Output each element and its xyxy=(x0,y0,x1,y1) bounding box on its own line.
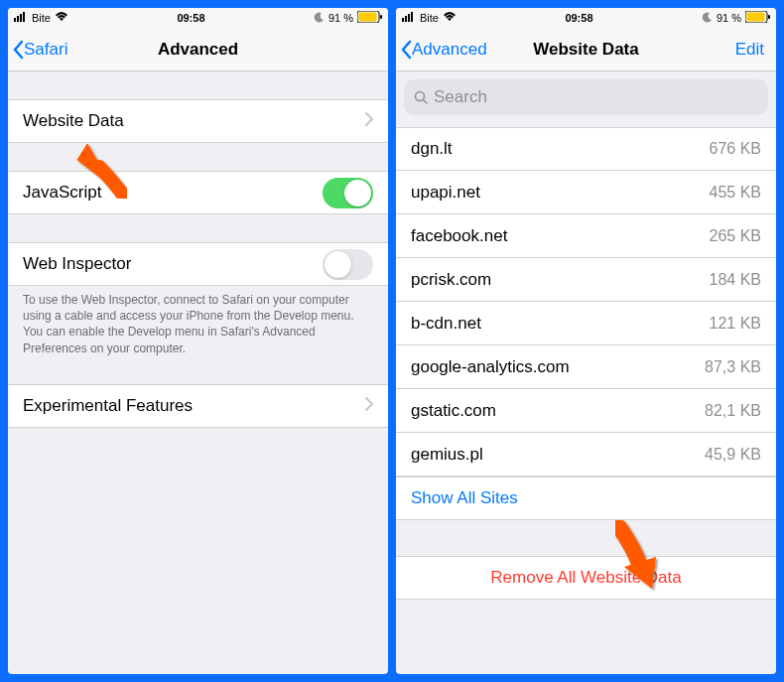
time-label: 09:58 xyxy=(565,12,592,24)
site-domain: upapi.net xyxy=(411,183,710,203)
chevron-left-icon xyxy=(400,40,412,60)
wifi-icon xyxy=(55,12,68,24)
back-button[interactable]: Safari xyxy=(8,40,67,60)
chevron-right-icon xyxy=(365,111,373,131)
phone-left: Bite 09:58 91 % Safari Advanced Website … xyxy=(8,8,388,674)
svg-rect-12 xyxy=(747,13,765,22)
content-right: Search dgn.lt676 KB upapi.net455 KB face… xyxy=(396,71,776,674)
site-domain: gstatic.com xyxy=(411,401,705,421)
website-data-row[interactable]: Website Data xyxy=(8,99,388,143)
web-inspector-toggle[interactable] xyxy=(323,249,373,280)
chevron-left-icon xyxy=(12,40,24,60)
site-size: 87,3 KB xyxy=(705,358,761,376)
site-size: 676 KB xyxy=(710,140,761,158)
site-domain: pcrisk.com xyxy=(411,270,710,290)
row-label: Website Data xyxy=(23,111,359,131)
web-inspector-footer: To use the Web Inspector, connect to Saf… xyxy=(8,286,388,368)
battery-icon xyxy=(357,11,382,25)
svg-rect-6 xyxy=(380,15,382,19)
svg-rect-3 xyxy=(23,12,25,22)
battery-percent: 91 % xyxy=(328,12,353,24)
carrier-label: Bite xyxy=(32,12,51,24)
site-domain: b-cdn.net xyxy=(411,314,710,334)
site-domain: gemius.pl xyxy=(411,445,705,465)
row-label: Web Inspector xyxy=(23,254,323,274)
javascript-toggle[interactable] xyxy=(323,178,373,208)
moon-icon xyxy=(702,12,713,25)
search-input[interactable]: Search xyxy=(404,79,768,115)
battery-percent: 91 % xyxy=(717,12,741,24)
status-bar: Bite 09:58 91 % xyxy=(8,8,388,28)
nav-bar: Safari Advanced xyxy=(8,28,388,71)
svg-rect-7 xyxy=(402,18,404,22)
wifi-icon xyxy=(443,12,457,24)
svg-rect-13 xyxy=(768,15,770,19)
back-label: Advanced xyxy=(412,40,487,60)
table-row[interactable]: gstatic.com82,1 KB xyxy=(396,389,776,433)
table-row[interactable]: b-cdn.net121 KB xyxy=(396,302,776,345)
content-left: Website Data JavaScript Web Inspector To… xyxy=(8,71,388,674)
site-domain: google-analytics.com xyxy=(411,357,705,377)
svg-rect-9 xyxy=(408,14,410,22)
search-placeholder: Search xyxy=(434,87,487,107)
svg-rect-0 xyxy=(14,18,16,22)
site-list: dgn.lt676 KB upapi.net455 KB facebook.ne… xyxy=(396,127,776,520)
moon-icon xyxy=(314,12,325,25)
signal-icon xyxy=(14,12,28,24)
svg-rect-1 xyxy=(17,16,19,22)
row-label: Experimental Features xyxy=(23,396,359,416)
table-row[interactable]: gemius.pl45,9 KB xyxy=(396,433,776,477)
site-size: 82,1 KB xyxy=(705,402,761,420)
table-row[interactable]: facebook.net265 KB xyxy=(396,214,776,258)
battery-icon xyxy=(745,11,770,25)
time-label: 09:58 xyxy=(177,12,204,24)
javascript-row: JavaScript xyxy=(8,171,388,214)
svg-rect-5 xyxy=(359,13,377,22)
chevron-right-icon xyxy=(365,396,373,416)
show-all-sites-button[interactable]: Show All Sites xyxy=(396,477,776,520)
site-size: 45,9 KB xyxy=(705,446,761,464)
table-row[interactable]: google-analytics.com87,3 KB xyxy=(396,345,776,389)
edit-button[interactable]: Edit xyxy=(735,40,776,60)
back-button[interactable]: Advanced xyxy=(396,40,487,60)
site-size: 455 KB xyxy=(710,184,761,202)
status-bar: Bite 09:58 91 % xyxy=(396,8,776,28)
nav-bar: Advanced Website Data Edit xyxy=(396,28,776,71)
svg-line-15 xyxy=(424,100,428,104)
table-row[interactable]: dgn.lt676 KB xyxy=(396,127,776,171)
back-label: Safari xyxy=(24,40,67,60)
web-inspector-row: Web Inspector xyxy=(8,242,388,286)
table-row[interactable]: pcrisk.com184 KB xyxy=(396,258,776,302)
svg-rect-8 xyxy=(405,16,407,22)
table-row[interactable]: upapi.net455 KB xyxy=(396,171,776,214)
site-size: 121 KB xyxy=(710,315,761,333)
svg-rect-10 xyxy=(411,12,413,22)
site-domain: dgn.lt xyxy=(411,139,710,159)
svg-rect-2 xyxy=(20,14,22,22)
site-size: 265 KB xyxy=(710,227,761,245)
row-label: JavaScript xyxy=(23,183,323,203)
experimental-features-row[interactable]: Experimental Features xyxy=(8,384,388,428)
site-size: 184 KB xyxy=(710,271,761,289)
remove-all-button[interactable]: Remove All Website Data xyxy=(396,556,776,600)
phone-right: Bite 09:58 91 % Advanced Website Data Ed… xyxy=(396,8,776,674)
search-icon xyxy=(414,90,428,104)
carrier-label: Bite xyxy=(420,12,439,24)
signal-icon xyxy=(402,12,416,24)
site-domain: facebook.net xyxy=(411,226,710,246)
